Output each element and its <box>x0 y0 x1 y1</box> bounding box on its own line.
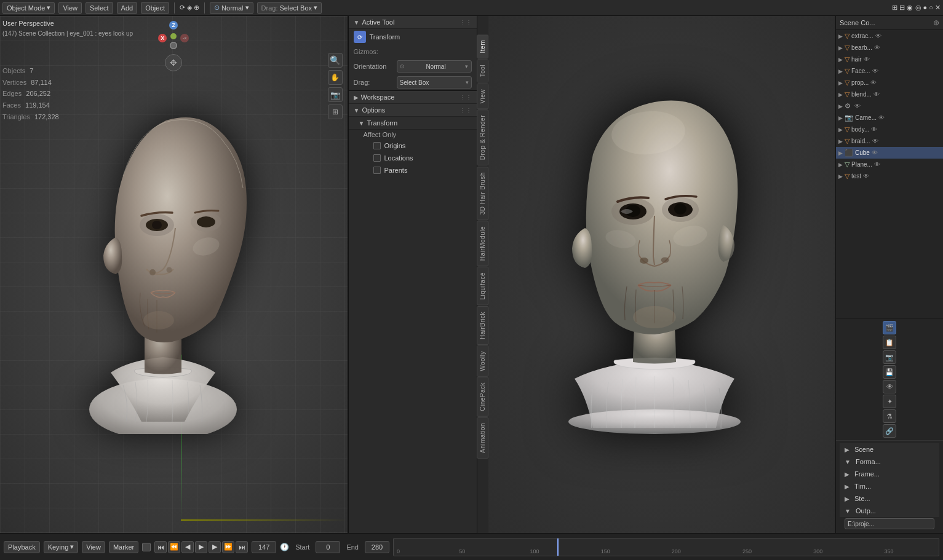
scene-item-hair[interactable]: ▶ ▽ hair 👁 <box>836 53 943 65</box>
eye-icon-hair[interactable]: 👁 <box>864 56 870 63</box>
vtab-animation[interactable]: Animation <box>477 417 488 459</box>
select-menu[interactable]: Select <box>86 2 113 14</box>
eye-icon-face[interactable]: 👁 <box>872 68 878 74</box>
camera-view-icon[interactable]: 📷 <box>328 87 343 102</box>
props-tab-constraints[interactable]: 🔗 <box>883 424 896 438</box>
output-props-header[interactable]: ▼ Outp... <box>840 505 939 517</box>
next-frame-btn[interactable]: ⏩ <box>222 541 234 553</box>
scene-item-braid[interactable]: ▶ ▽ braid... 👁 <box>836 135 943 147</box>
parents-item[interactable]: Parents <box>349 164 477 176</box>
scene-item-camera[interactable]: ▶ 📷 Came... 👁 <box>836 112 943 124</box>
eye-icon-cube[interactable]: 👁 <box>872 149 878 156</box>
eye-icon-prop[interactable]: 👁 <box>870 79 877 86</box>
gizmo-pan[interactable]: ✥ <box>165 54 182 71</box>
props-tab-physics[interactable]: ⚗ <box>883 409 896 423</box>
workspace-header[interactable]: ▶ Workspace ⋮⋮ <box>349 91 477 104</box>
end-frame-field[interactable]: 280 <box>365 541 389 553</box>
gizmo-axes[interactable]: Z X -x <box>158 21 189 52</box>
active-tool-header[interactable]: ▼ Active Tool ⋮⋮ <box>349 16 477 29</box>
scene-item-blend[interactable]: ▶ ▽ blend... 👁 <box>836 89 943 100</box>
vtab-hair-brick[interactable]: HairBrick <box>477 306 488 345</box>
orientation-dropdown[interactable]: ⊙ Normal ▾ <box>397 60 472 73</box>
prev-frame-btn[interactable]: ⏪ <box>168 541 180 553</box>
scene-filter-icon[interactable]: ⊕ <box>933 18 939 27</box>
scene-item-gear[interactable]: ▶ ⚙ 👁 <box>836 100 943 112</box>
stop-indicator[interactable] <box>142 543 151 551</box>
eye-icon-body[interactable]: 👁 <box>871 126 877 133</box>
gizmo-z-axis[interactable]: Z <box>169 21 178 30</box>
mode-normal-dropdown[interactable]: ⊙ Normal ▾ <box>210 2 253 14</box>
jump-start-btn[interactable]: ⏮ <box>154 541 167 553</box>
vtab-woolly[interactable]: Woolly <box>477 345 488 377</box>
vtab-liquiface[interactable]: Liquifacé <box>477 267 488 306</box>
keying-btn[interactable]: Keying ▾ <box>44 541 79 553</box>
jump-end-btn[interactable]: ⏭ <box>236 541 248 553</box>
scene-item-cube[interactable]: ▶ ⬛ Cube 👁 <box>836 147 943 159</box>
zoom-in-icon[interactable]: 🔍 <box>328 53 343 68</box>
vtab-item[interactable]: Item <box>477 34 488 58</box>
step-props-header[interactable]: ▶ Ste... <box>840 492 939 505</box>
viewport-left[interactable]: User Perspective (147) Scene Collection … <box>0 16 348 533</box>
eye-icon-camera[interactable]: 👁 <box>878 114 885 121</box>
viewport-right[interactable] <box>488 16 836 533</box>
vtab-view[interactable]: View <box>477 84 488 109</box>
format-props-header[interactable]: ▼ Forma... <box>840 455 939 468</box>
options-header[interactable]: ▼ Options ⋮⋮ <box>349 104 477 117</box>
start-frame-field[interactable]: 0 <box>316 541 340 553</box>
eye-icon-plane[interactable]: 👁 <box>874 161 880 168</box>
props-tab-particles[interactable]: ✦ <box>883 395 896 408</box>
scene-props-header[interactable]: ▶ Scene <box>840 443 939 455</box>
pan-icon[interactable]: ✋ <box>328 70 343 85</box>
locations-item[interactable]: Locations <box>349 152 477 164</box>
add-menu[interactable]: Add <box>117 2 138 14</box>
props-tab-view[interactable]: 👁 <box>883 380 896 393</box>
props-tab-output[interactable]: 💾 <box>883 365 896 379</box>
props-tab-render[interactable]: 📷 <box>883 350 896 364</box>
gizmo-x-neg-axis[interactable]: -x <box>180 34 189 42</box>
vtab-cine-pack[interactable]: CinePack <box>477 377 488 417</box>
eye-icon-bearb[interactable]: 👁 <box>874 44 880 51</box>
vtab-tool[interactable]: Tool <box>477 59 488 82</box>
prev-keyframe-btn[interactable]: ◀ <box>181 541 194 553</box>
object-mode-dropdown[interactable]: Object Mode ▾ <box>2 2 55 14</box>
playback-btn[interactable]: Playback <box>4 541 40 553</box>
props-tab-format[interactable]: 📋 <box>883 336 896 349</box>
drag-select-dropdown[interactable]: Drag: Select Box ▾ <box>257 2 322 14</box>
transform-sub-header[interactable]: ▼ Transform <box>349 117 477 130</box>
grid-icon[interactable]: ⊞ <box>328 105 343 119</box>
gizmo-x-axis[interactable]: X <box>158 34 167 42</box>
vtab-hair-brush[interactable]: 3D Hair Brush <box>477 167 488 220</box>
next-keyframe-btn[interactable]: ▶ <box>209 541 221 553</box>
origins-item[interactable]: Origins <box>349 140 477 152</box>
scene-item-bearb[interactable]: ▶ ▽ bearb... 👁 <box>836 42 943 53</box>
timeline-area[interactable]: 0 50 100 150 200 250 300 350 <box>393 538 939 556</box>
current-frame-display[interactable]: 147 <box>252 541 276 553</box>
props-tab-scene[interactable]: 🎬 <box>883 321 896 334</box>
locations-checkbox[interactable] <box>373 154 381 162</box>
object-menu[interactable]: Object <box>141 2 169 14</box>
scene-item-plane[interactable]: ▶ ▽ Plane... 👁 <box>836 159 943 170</box>
scene-item-body[interactable]: ▶ ▽ body... 👁 <box>836 124 943 135</box>
eye-icon-extrac[interactable]: 👁 <box>875 33 881 39</box>
marker-btn[interactable]: Marker <box>109 541 138 553</box>
eye-icon-gear[interactable]: 👁 <box>854 103 861 109</box>
eye-icon-test[interactable]: 👁 <box>863 173 869 179</box>
view-btn[interactable]: View <box>82 541 105 553</box>
scene-item-extrac[interactable]: ▶ ▽ extrac... 👁 <box>836 30 943 42</box>
output-path-field[interactable]: E:\proje... <box>845 518 934 529</box>
scene-item-test[interactable]: ▶ ▽ test 👁 <box>836 170 943 182</box>
vtab-drop-render[interactable]: Drop & Render <box>477 109 488 165</box>
parents-checkbox[interactable] <box>373 167 381 174</box>
frame-props-header[interactable]: ▶ Frame... <box>840 468 939 480</box>
eye-icon-braid[interactable]: 👁 <box>872 138 878 144</box>
play-btn[interactable]: ▶ <box>195 541 207 553</box>
drag-dropdown[interactable]: Select Box ▾ <box>397 76 472 89</box>
scene-item-face[interactable]: ▶ ▽ Face... 👁 <box>836 65 943 77</box>
vtab-hair-module[interactable]: HairModule <box>477 221 488 266</box>
view-menu[interactable]: View <box>58 2 82 14</box>
gizmo-y-axis[interactable] <box>170 42 177 49</box>
time-props-header[interactable]: ▶ Tim... <box>840 480 939 492</box>
eye-icon-blend[interactable]: 👁 <box>873 91 880 98</box>
scene-item-prop[interactable]: ▶ ▽ prop... 👁 <box>836 77 943 89</box>
origins-checkbox[interactable] <box>373 142 381 149</box>
